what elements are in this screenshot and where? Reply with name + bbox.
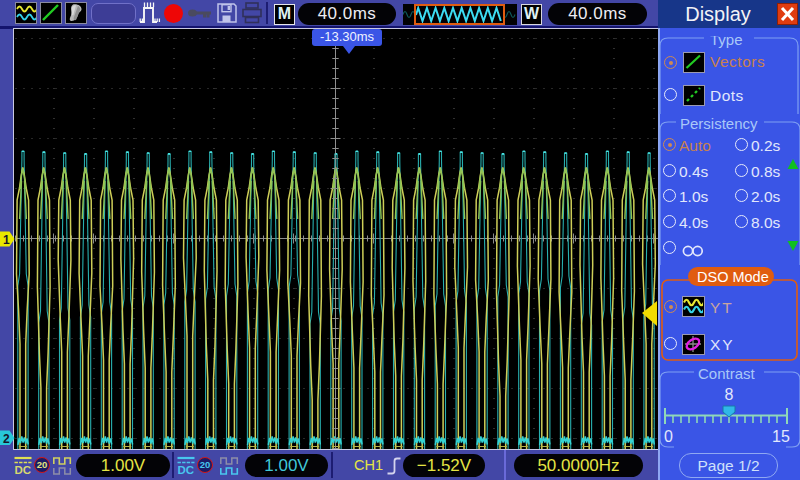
svg-text:Persistency: Persistency <box>680 115 758 132</box>
svg-text:1: 1 <box>3 232 10 246</box>
svg-text:DC: DC <box>15 464 32 476</box>
svg-text:Contrast: Contrast <box>698 365 756 382</box>
svg-text:2: 2 <box>3 432 10 446</box>
svg-text:Type: Type <box>710 36 743 48</box>
svg-text:DC: DC <box>178 464 195 476</box>
svg-text:DSO Mode: DSO Mode <box>697 269 769 285</box>
